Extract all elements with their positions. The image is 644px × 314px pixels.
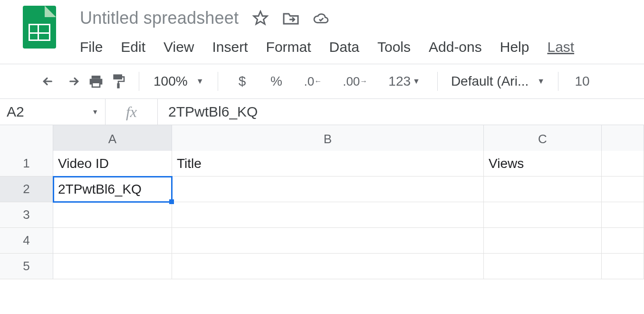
menu-format[interactable]: Format: [266, 39, 311, 55]
print-button[interactable]: [85, 71, 107, 92]
cell-B1[interactable]: Title: [172, 151, 484, 177]
cell-A3[interactable]: [53, 202, 172, 228]
row-header-3[interactable]: 3: [0, 202, 53, 228]
menu-edit[interactable]: Edit: [121, 39, 145, 55]
star-icon[interactable]: [252, 10, 269, 27]
column-header-C[interactable]: C: [484, 125, 602, 154]
document-title[interactable]: Untitled spreadsheet: [80, 8, 239, 28]
format-percent-button[interactable]: %: [266, 71, 287, 92]
cell-A2[interactable]: 2TPwtBl6_KQ: [53, 177, 172, 202]
cell-A1[interactable]: Video ID: [53, 151, 172, 177]
select-all-corner[interactable]: [0, 125, 53, 154]
row-header-1[interactable]: 1: [0, 151, 53, 177]
row-header-4[interactable]: 4: [0, 228, 53, 254]
font-family-select[interactable]: Default (Ari... ▼: [447, 74, 548, 89]
chevron-down-icon: ▼: [92, 108, 105, 116]
more-formats-button[interactable]: 123 ▼: [384, 71, 424, 92]
cell-C4[interactable]: [484, 228, 602, 254]
chevron-down-icon: ▼: [537, 77, 545, 86]
zoom-value: 100%: [154, 74, 188, 89]
cell-B3[interactable]: [172, 202, 484, 228]
menu-file[interactable]: File: [80, 39, 103, 55]
decrease-decimal-button[interactable]: .0 ←: [300, 71, 326, 92]
font-size-input[interactable]: 10: [568, 71, 596, 92]
svg-marker-0: [254, 11, 267, 24]
name-box[interactable]: A2 ▼: [0, 99, 106, 125]
chevron-down-icon: ▼: [196, 77, 204, 86]
cell-D5[interactable]: [602, 254, 644, 279]
move-to-folder-icon[interactable]: [282, 10, 299, 27]
sheets-logo[interactable]: [23, 6, 56, 49]
cell-B5[interactable]: [172, 254, 484, 279]
menu-view[interactable]: View: [163, 39, 194, 55]
cell-C3[interactable]: [484, 202, 602, 228]
name-box-value: A2: [7, 104, 24, 120]
menu-data[interactable]: Data: [329, 39, 359, 55]
undo-button[interactable]: [37, 71, 61, 92]
cell-C5[interactable]: [484, 254, 602, 279]
cell-D3[interactable]: [602, 202, 644, 228]
menubar: File Edit View Insert Format Data Tools …: [80, 39, 574, 55]
cell-A5[interactable]: [53, 254, 172, 279]
cell-D1[interactable]: [602, 151, 644, 177]
arrow-right-icon: →: [360, 79, 367, 83]
cell-B2[interactable]: [172, 177, 484, 202]
arrow-left-icon: ←: [314, 79, 322, 83]
cell-B4[interactable]: [172, 228, 484, 254]
cell-C1[interactable]: Views: [484, 151, 602, 177]
column-header-B[interactable]: B: [172, 125, 484, 154]
chevron-down-icon: ▼: [413, 77, 420, 86]
menu-tools[interactable]: Tools: [377, 39, 411, 55]
row-header-5[interactable]: 5: [0, 254, 53, 279]
cell-D4[interactable]: [602, 228, 644, 254]
paint-format-button[interactable]: [107, 71, 129, 92]
column-header-A[interactable]: A: [53, 125, 172, 154]
row-header-2[interactable]: 2: [0, 177, 53, 202]
redo-button[interactable]: [61, 71, 85, 92]
menu-insert[interactable]: Insert: [212, 39, 248, 55]
menu-last-edit[interactable]: Last: [547, 39, 574, 55]
cloud-status-icon[interactable]: [313, 10, 330, 27]
fx-icon: fx: [106, 99, 158, 125]
spreadsheet-grid: A B C 1 Video ID Title Views 2 2TPwtBl6_…: [0, 125, 644, 279]
cell-D2[interactable]: [602, 177, 644, 202]
svg-rect-5: [117, 83, 119, 88]
svg-rect-4: [113, 74, 122, 79]
increase-decimal-button[interactable]: .00 →: [339, 71, 371, 92]
cell-C2[interactable]: [484, 177, 602, 202]
toolbar: 100% ▼ $ % .0 ← .00 → 123 ▼ Default (Ari…: [0, 64, 644, 98]
zoom-select[interactable]: 100% ▼: [149, 74, 208, 89]
formula-bar-input[interactable]: [158, 99, 644, 125]
svg-rect-3: [92, 83, 100, 87]
column-header-extra[interactable]: [602, 125, 644, 154]
format-currency-button[interactable]: $: [231, 71, 252, 92]
font-name-label: Default (Ari...: [451, 74, 529, 89]
svg-rect-1: [92, 76, 101, 79]
cell-A4[interactable]: [53, 228, 172, 254]
menu-addons[interactable]: Add-ons: [429, 39, 482, 55]
menu-help[interactable]: Help: [500, 39, 529, 55]
